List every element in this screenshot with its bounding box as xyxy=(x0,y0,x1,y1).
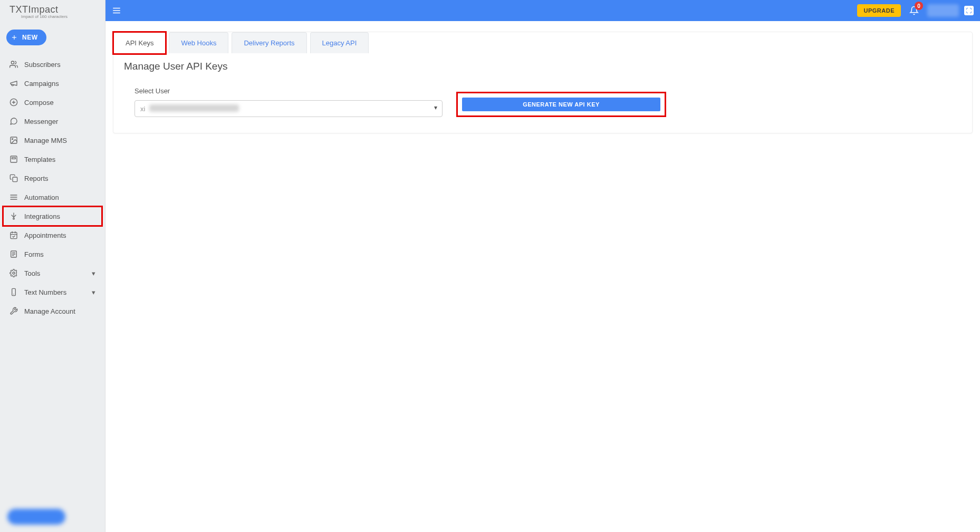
sidebar-item-label: Appointments xyxy=(24,231,66,239)
sidebar-item-subscribers[interactable]: Subscribers xyxy=(0,55,105,74)
hamburger-button[interactable] xyxy=(112,6,121,15)
compose-icon xyxy=(9,98,18,107)
sidebar-item-label: Subscribers xyxy=(24,61,61,69)
sidebar-item-label: Manage MMS xyxy=(24,137,67,144)
sidebar-item-label: Forms xyxy=(24,250,44,258)
sidebar-item-label: Text Numbers xyxy=(24,288,66,296)
megaphone-icon xyxy=(9,79,18,88)
main-card: API KeysWeb HooksDelivery ReportsLegacy … xyxy=(113,32,973,133)
sidebar-item-label: Tools xyxy=(24,269,40,277)
svg-rect-8 xyxy=(13,177,17,182)
svg-point-5 xyxy=(12,139,13,140)
notifications-button[interactable]: 0 xyxy=(909,6,919,15)
svg-rect-22 xyxy=(12,288,16,295)
tab-web-hooks[interactable]: Web Hooks xyxy=(169,32,228,53)
sidebar-item-reports[interactable]: Reports xyxy=(0,169,105,188)
fullscreen-button[interactable] xyxy=(964,6,974,15)
plus-icon xyxy=(11,34,18,41)
select-user-dropdown[interactable]: xi xyxy=(134,100,443,117)
expand-icon xyxy=(966,7,972,14)
sidebar: TXTImpact Impact of 160 characters NEW S… xyxy=(0,0,105,532)
panel-title: Manage User API Keys xyxy=(124,61,962,72)
calendar-check-icon xyxy=(9,231,18,239)
sidebar-item-label: Manage Account xyxy=(24,307,75,315)
image-icon xyxy=(9,136,18,144)
sidebar-item-text-numbers[interactable]: Text Numbers▾ xyxy=(0,283,105,302)
sidebar-item-label: Reports xyxy=(24,175,49,182)
sidebar-item-label: Automation xyxy=(24,194,59,201)
new-button[interactable]: NEW xyxy=(6,30,46,45)
sidebar-item-tools[interactable]: Tools▾ xyxy=(0,264,105,283)
sidebar-footer-blur xyxy=(7,509,65,525)
select-user-wrapper: xi xyxy=(134,100,443,117)
select-user-label: Select User xyxy=(134,87,443,95)
sidebar-item-messenger[interactable]: Messenger xyxy=(0,112,105,131)
gear-icon xyxy=(9,269,18,277)
template-icon xyxy=(9,155,18,163)
chevron-down-icon: ▾ xyxy=(92,269,95,277)
tab-strip: API KeysWeb HooksDelivery ReportsLegacy … xyxy=(113,32,972,53)
tab-delivery-reports[interactable]: Delivery Reports xyxy=(232,32,306,53)
sidebar-item-label: Compose xyxy=(24,99,54,107)
menu-icon xyxy=(112,6,121,15)
generate-highlight-box: GENERATE NEW API KEY xyxy=(456,92,666,117)
svg-point-12 xyxy=(13,218,15,219)
user-chip[interactable] xyxy=(927,4,959,17)
sidebar-item-label: Integrations xyxy=(24,212,60,220)
highlight-box xyxy=(112,31,167,55)
chevron-down-icon: ▾ xyxy=(92,288,95,296)
topbar: UPGRADE 0 xyxy=(105,0,980,21)
main-area: UPGRADE 0 API KeysWeb HooksDelivery Repo… xyxy=(105,0,980,532)
sidebar-item-label: Messenger xyxy=(24,118,58,125)
generate-api-key-button[interactable]: GENERATE NEW API KEY xyxy=(462,98,660,111)
tab-api-keys[interactable]: API Keys xyxy=(113,32,166,53)
sidebar-item-label: Templates xyxy=(24,156,55,163)
sidebar-item-forms[interactable]: Forms xyxy=(0,245,105,264)
svg-point-2 xyxy=(11,61,14,64)
copy-icon xyxy=(9,174,18,182)
sidebar-item-automation[interactable]: Automation xyxy=(0,188,105,207)
sidebar-item-campaigns[interactable]: Campaigns xyxy=(0,74,105,93)
notification-badge: 0 xyxy=(915,2,923,10)
svg-rect-7 xyxy=(12,158,16,159)
chat-icon xyxy=(9,117,18,125)
sidebar-item-integrations[interactable]: Integrations xyxy=(0,207,105,226)
sidebar-item-appointments[interactable]: Appointments xyxy=(0,226,105,245)
plug-icon xyxy=(9,212,18,220)
upgrade-button[interactable]: UPGRADE xyxy=(857,4,901,17)
sidebar-nav: SubscribersCampaignsComposeMessengerMana… xyxy=(0,53,105,532)
tab-panel: Manage User API Keys Select User xi xyxy=(113,53,972,133)
sidebar-item-manage-mms[interactable]: Manage MMS xyxy=(0,131,105,150)
phone-icon xyxy=(9,288,18,296)
tab-legacy-api[interactable]: Legacy API xyxy=(310,32,369,53)
users-icon xyxy=(9,60,18,69)
svg-point-21 xyxy=(13,272,15,274)
stack-icon xyxy=(9,193,18,201)
sidebar-item-label: Campaigns xyxy=(24,80,59,88)
content-area: API KeysWeb HooksDelivery ReportsLegacy … xyxy=(105,21,980,532)
form-icon xyxy=(9,250,18,258)
svg-rect-13 xyxy=(11,233,17,239)
sidebar-item-compose[interactable]: Compose xyxy=(0,93,105,112)
brand-logo: TXTImpact Impact of 160 characters xyxy=(0,0,105,24)
sidebar-item-templates[interactable]: Templates xyxy=(0,150,105,169)
wrench-icon xyxy=(9,307,18,315)
sidebar-item-manage-account[interactable]: Manage Account xyxy=(0,302,105,321)
